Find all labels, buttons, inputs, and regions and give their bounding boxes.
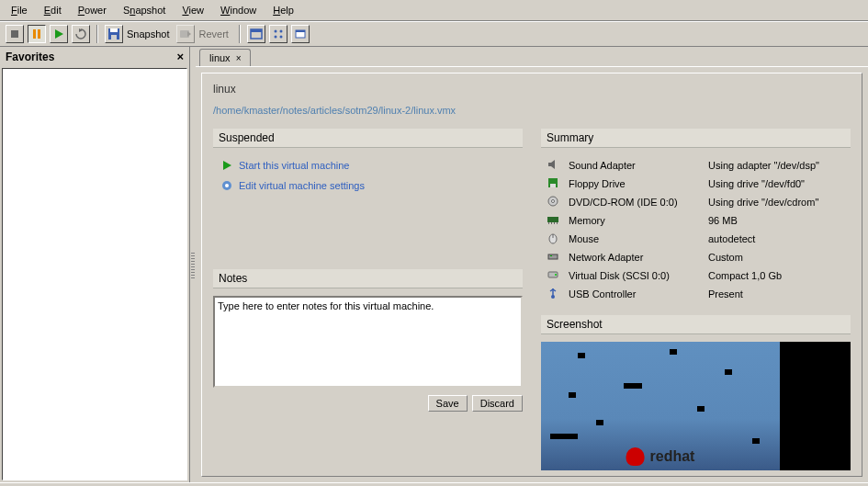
menu-power[interactable]: Power xyxy=(71,2,114,18)
summary-row[interactable]: DVD/CD-ROM (IDE 0:0)Using drive "/dev/cd… xyxy=(543,194,849,210)
device-name: Mouse xyxy=(565,231,703,247)
screenshot-image: redhat xyxy=(541,342,780,470)
right-column: Summary Sound AdapterUsing adapter "/dev… xyxy=(541,129,851,470)
reset-button[interactable] xyxy=(72,25,90,43)
play-button[interactable] xyxy=(50,25,68,43)
svg-rect-1 xyxy=(33,29,36,39)
svg-marker-21 xyxy=(548,160,555,169)
snapshot-label: Snapshot xyxy=(123,28,173,40)
svg-rect-29 xyxy=(554,222,555,224)
save-button[interactable]: Save xyxy=(428,395,468,412)
tab-close-icon[interactable]: × xyxy=(236,53,242,63)
device-value: Compact 1,0 Gb xyxy=(705,267,849,284)
revert-label: Revert xyxy=(195,28,231,40)
vm-summary-panel: linux /home/kmaster/notes/articles/sotm2… xyxy=(201,73,862,477)
device-value: Using adapter "/dev/dsp" xyxy=(705,157,849,174)
quickswitch-button[interactable] xyxy=(269,25,287,43)
edit-vm-link[interactable]: Edit virtual machine settings xyxy=(213,175,523,196)
menu-snapshot[interactable]: Snapshot xyxy=(116,2,174,18)
favorites-title: Favorites xyxy=(6,51,54,63)
device-name: DVD/CD-ROM (IDE 0:0) xyxy=(565,194,703,210)
summary-row[interactable]: Network AdapterCustom xyxy=(543,249,849,266)
favorites-list[interactable] xyxy=(2,68,187,480)
toolbar-separator xyxy=(96,25,98,43)
floppy-icon xyxy=(547,176,559,189)
summary-row[interactable]: Memory96 MB xyxy=(543,212,849,229)
memory-icon xyxy=(547,213,559,226)
device-name: Sound Adapter xyxy=(565,157,703,174)
summary-row[interactable]: Mouseautodetect xyxy=(543,231,849,247)
screenshot-thumbnail[interactable]: redhat xyxy=(541,342,851,470)
edit-vm-label: Edit virtual machine settings xyxy=(239,180,365,191)
menu-bar: File Edit Power Snapshot View Window Hel… xyxy=(0,0,868,21)
device-name: USB Controller xyxy=(565,286,703,302)
start-vm-link[interactable]: Start this virtual machine xyxy=(213,155,523,175)
stop-button[interactable] xyxy=(6,25,24,43)
svg-rect-26 xyxy=(547,217,558,222)
floppy-icon xyxy=(107,28,120,40)
screenshot-header: Screenshot xyxy=(541,315,851,334)
notes-header: Notes xyxy=(213,269,523,288)
snapshot-button[interactable] xyxy=(105,25,123,43)
pause-icon xyxy=(30,28,43,40)
splitter[interactable] xyxy=(190,47,196,482)
svg-point-15 xyxy=(279,36,282,39)
summary-row[interactable]: Sound AdapterUsing adapter "/dev/dsp" xyxy=(543,157,849,174)
tab-label: linux xyxy=(209,52,231,63)
svg-point-36 xyxy=(555,274,557,276)
svg-rect-6 xyxy=(110,28,118,32)
device-name: Virtual Disk (SCSI 0:0) xyxy=(565,267,703,284)
snapshot-group[interactable]: Snapshot xyxy=(105,25,173,43)
svg-rect-17 xyxy=(296,30,305,32)
menu-edit[interactable]: Edit xyxy=(37,2,69,18)
menu-help[interactable]: Help xyxy=(265,2,301,18)
sound-icon xyxy=(547,158,559,171)
discard-button[interactable]: Discard xyxy=(472,395,523,412)
stop-icon xyxy=(8,28,21,40)
svg-rect-7 xyxy=(111,35,117,40)
svg-marker-18 xyxy=(223,161,231,170)
fullscreen-button[interactable] xyxy=(247,25,265,43)
svg-point-14 xyxy=(274,36,276,39)
svg-point-20 xyxy=(225,184,229,187)
redhat-text: redhat xyxy=(650,448,695,465)
notes-textarea[interactable]: Type here to enter notes for this virtua… xyxy=(213,296,523,388)
menu-view[interactable]: View xyxy=(175,2,211,18)
device-value: Present xyxy=(705,286,849,302)
vm-path: /home/kmaster/notes/articles/sotm29/linu… xyxy=(213,105,851,116)
revert-button[interactable] xyxy=(176,25,195,43)
summary-row[interactable]: USB ControllerPresent xyxy=(543,286,849,302)
suspended-header: Suspended xyxy=(213,129,523,148)
toolbar: Snapshot Revert xyxy=(0,21,868,47)
svg-point-13 xyxy=(279,30,282,33)
main-area: Favorites × linux × linux /home/kmaster/… xyxy=(0,47,868,482)
svg-point-25 xyxy=(552,200,555,203)
device-value: Custom xyxy=(705,249,849,266)
favorites-panel: Favorites × xyxy=(0,47,190,482)
vm-title: linux xyxy=(213,83,851,96)
svg-rect-0 xyxy=(11,30,18,38)
svg-rect-2 xyxy=(38,29,40,39)
start-vm-label: Start this virtual machine xyxy=(239,160,349,171)
window-button[interactable] xyxy=(291,25,310,43)
tab-bar: linux × xyxy=(196,47,868,67)
redhat-logo: redhat xyxy=(626,447,695,466)
play-icon xyxy=(220,159,233,172)
tab-linux[interactable]: linux × xyxy=(199,49,251,66)
revert-group[interactable]: Revert xyxy=(176,25,231,43)
menu-window[interactable]: Window xyxy=(213,2,264,18)
menu-file[interactable]: File xyxy=(4,2,35,18)
summary-row[interactable]: Floppy DriveUsing drive "/dev/fd0" xyxy=(543,175,849,192)
close-icon[interactable]: × xyxy=(176,50,184,63)
svg-point-12 xyxy=(274,30,276,33)
svg-rect-28 xyxy=(551,222,552,224)
summary-row[interactable]: Virtual Disk (SCSI 0:0)Compact 1,0 Gb xyxy=(543,267,849,284)
device-value: 96 MB xyxy=(705,212,849,229)
left-column: Suspended Start this virtual machine Edi… xyxy=(213,129,523,470)
pause-button[interactable] xyxy=(28,25,46,43)
summary-table: Sound AdapterUsing adapter "/dev/dsp" Fl… xyxy=(541,155,851,304)
notes-buttons: Save Discard xyxy=(213,395,523,412)
status-bar xyxy=(0,482,868,486)
summary-header: Summary xyxy=(541,129,851,148)
svg-rect-34 xyxy=(550,255,552,256)
